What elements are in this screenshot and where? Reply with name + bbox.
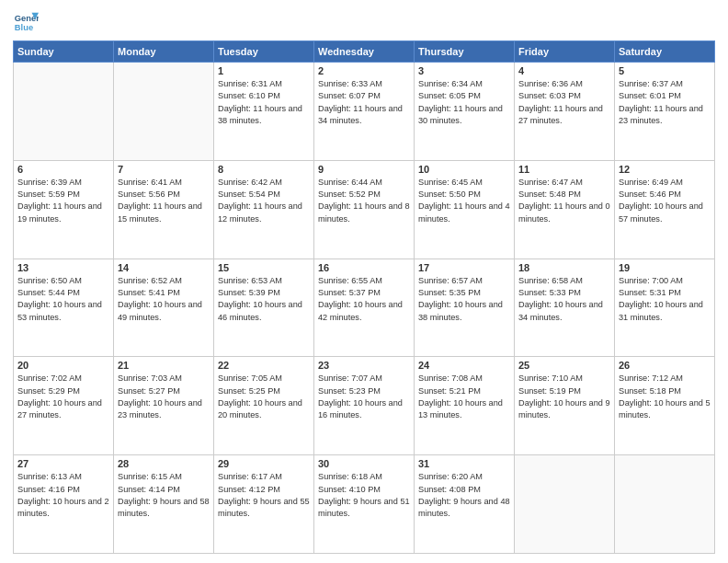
- calendar-cell: 2Sunrise: 6:33 AMSunset: 6:07 PMDaylight…: [314, 63, 415, 161]
- weekday-header-friday: Friday: [515, 41, 615, 63]
- day-info-line: Sunset: 6:01 PM: [619, 90, 711, 102]
- calendar-cell: 17Sunrise: 6:57 AMSunset: 5:35 PMDayligh…: [415, 259, 515, 357]
- day-info: Sunrise: 6:49 AMSunset: 5:46 PMDaylight:…: [619, 177, 711, 225]
- day-info-line: Daylight: 11 hours and 23 minutes.: [619, 103, 711, 128]
- day-info-line: Sunrise: 7:10 AM: [518, 373, 610, 385]
- logo: General Blue: [13, 9, 42, 35]
- day-info-line: Sunrise: 6:57 AM: [418, 275, 510, 287]
- day-number: 30: [318, 458, 410, 469]
- calendar-cell: 20Sunrise: 7:02 AMSunset: 5:29 PMDayligh…: [14, 357, 114, 455]
- day-info-line: Sunrise: 6:50 AM: [17, 275, 109, 287]
- day-info-line: Daylight: 11 hours and 15 minutes.: [118, 201, 210, 225]
- weekday-header-tuesday: Tuesday: [214, 41, 314, 63]
- day-number: 15: [218, 262, 310, 273]
- day-info-line: Sunrise: 7:00 AM: [619, 275, 711, 287]
- day-info-line: Sunset: 5:35 PM: [418, 287, 510, 299]
- day-info-line: Sunrise: 7:03 AM: [118, 373, 210, 385]
- day-info-line: Sunset: 6:07 PM: [318, 90, 410, 102]
- day-number: 13: [17, 262, 109, 273]
- day-info-line: Sunset: 5:21 PM: [418, 385, 510, 397]
- day-number: 2: [318, 65, 410, 76]
- weekday-header-monday: Monday: [114, 41, 214, 63]
- day-info: Sunrise: 6:57 AMSunset: 5:35 PMDaylight:…: [418, 275, 510, 324]
- calendar-cell: 22Sunrise: 7:05 AMSunset: 5:25 PMDayligh…: [214, 357, 314, 455]
- calendar-cell: 9Sunrise: 6:44 AMSunset: 5:52 PMDaylight…: [314, 160, 415, 259]
- day-info-line: Sunset: 6:03 PM: [518, 90, 610, 102]
- day-number: 23: [318, 360, 410, 371]
- day-info-line: Sunset: 4:08 PM: [418, 484, 510, 496]
- calendar-cell: 30Sunrise: 6:18 AMSunset: 4:10 PMDayligh…: [314, 455, 415, 554]
- day-info-line: Sunset: 5:25 PM: [218, 385, 310, 397]
- calendar-cell: 4Sunrise: 6:36 AMSunset: 6:03 PMDaylight…: [515, 63, 615, 161]
- day-info-line: Sunset: 4:12 PM: [218, 484, 310, 496]
- calendar-cell: 31Sunrise: 6:20 AMSunset: 4:08 PMDayligh…: [415, 455, 515, 554]
- day-info-line: Daylight: 10 hours and 31 minutes.: [619, 299, 711, 324]
- calendar-cell: 10Sunrise: 6:45 AMSunset: 5:50 PMDayligh…: [415, 160, 515, 259]
- day-number: 14: [118, 262, 210, 273]
- day-info-line: Sunset: 5:56 PM: [118, 189, 210, 201]
- day-info: Sunrise: 6:39 AMSunset: 5:59 PMDaylight:…: [17, 177, 109, 225]
- calendar-cell: 18Sunrise: 6:58 AMSunset: 5:33 PMDayligh…: [515, 259, 615, 357]
- day-info: Sunrise: 6:45 AMSunset: 5:50 PMDaylight:…: [418, 177, 510, 225]
- calendar-cell: [114, 63, 214, 161]
- day-info-line: Sunrise: 6:55 AM: [318, 275, 410, 287]
- day-number: 16: [318, 262, 410, 273]
- day-info-line: Sunset: 5:54 PM: [218, 189, 310, 201]
- day-info-line: Sunrise: 6:49 AM: [619, 177, 711, 189]
- day-number: 8: [218, 164, 310, 175]
- day-info-line: Daylight: 11 hours and 12 minutes.: [218, 201, 310, 225]
- day-number: 9: [318, 164, 410, 175]
- day-number: 6: [17, 164, 109, 175]
- day-info-line: Sunrise: 7:12 AM: [619, 373, 711, 385]
- day-info-line: Sunset: 5:59 PM: [17, 189, 109, 201]
- calendar-cell: [14, 63, 114, 161]
- day-info-line: Sunrise: 6:36 AM: [518, 78, 610, 90]
- day-number: 19: [619, 262, 711, 273]
- day-number: 26: [619, 360, 711, 371]
- day-info: Sunrise: 6:31 AMSunset: 6:10 PMDaylight:…: [218, 78, 310, 127]
- day-info: Sunrise: 6:33 AMSunset: 6:07 PMDaylight:…: [318, 78, 410, 127]
- calendar-cell: [515, 455, 615, 554]
- weekday-header-saturday: Saturday: [615, 41, 715, 63]
- calendar-cell: 5Sunrise: 6:37 AMSunset: 6:01 PMDaylight…: [615, 63, 715, 161]
- day-info-line: Sunset: 5:33 PM: [518, 287, 610, 299]
- day-info-line: Sunset: 5:23 PM: [318, 385, 410, 397]
- calendar-cell: 7Sunrise: 6:41 AMSunset: 5:56 PMDaylight…: [114, 160, 214, 259]
- day-info-line: Sunset: 4:14 PM: [118, 484, 210, 496]
- weekday-header-sunday: Sunday: [14, 41, 114, 63]
- day-info-line: Sunrise: 6:47 AM: [518, 177, 610, 189]
- day-info-line: Daylight: 10 hours and 16 minutes.: [318, 397, 410, 422]
- day-info-line: Daylight: 11 hours and 34 minutes.: [318, 103, 410, 128]
- day-info: Sunrise: 7:12 AMSunset: 5:18 PMDaylight:…: [619, 373, 711, 421]
- weekday-header-wednesday: Wednesday: [314, 41, 415, 63]
- day-info-line: Sunset: 5:52 PM: [318, 189, 410, 201]
- day-info: Sunrise: 6:18 AMSunset: 4:10 PMDaylight:…: [318, 471, 410, 520]
- day-info: Sunrise: 6:13 AMSunset: 4:16 PMDaylight:…: [17, 471, 109, 520]
- day-info-line: Daylight: 11 hours and 19 minutes.: [17, 201, 109, 225]
- day-info-line: Sunset: 5:27 PM: [118, 385, 210, 397]
- day-info: Sunrise: 6:52 AMSunset: 5:41 PMDaylight:…: [118, 275, 210, 324]
- calendar-table: SundayMondayTuesdayWednesdayThursdayFrid…: [13, 40, 715, 554]
- day-info: Sunrise: 7:03 AMSunset: 5:27 PMDaylight:…: [118, 373, 210, 421]
- calendar-cell: 13Sunrise: 6:50 AMSunset: 5:44 PMDayligh…: [14, 259, 114, 357]
- day-info-line: Sunset: 5:48 PM: [518, 189, 610, 201]
- day-info-line: Sunrise: 7:07 AM: [318, 373, 410, 385]
- day-info-line: Daylight: 10 hours and 34 minutes.: [518, 299, 610, 324]
- day-number: 1: [218, 65, 310, 76]
- calendar-cell: 3Sunrise: 6:34 AMSunset: 6:05 PMDaylight…: [415, 63, 515, 161]
- day-info: Sunrise: 6:55 AMSunset: 5:37 PMDaylight:…: [318, 275, 410, 324]
- day-number: 4: [518, 65, 610, 76]
- day-number: 25: [518, 360, 610, 371]
- day-info-line: Sunrise: 6:44 AM: [318, 177, 410, 189]
- day-info-line: Sunset: 5:41 PM: [118, 287, 210, 299]
- day-info-line: Sunset: 6:05 PM: [418, 90, 510, 102]
- day-info-line: Sunset: 5:19 PM: [518, 385, 610, 397]
- day-info: Sunrise: 7:07 AMSunset: 5:23 PMDaylight:…: [318, 373, 410, 421]
- day-info-line: Daylight: 10 hours and 27 minutes.: [17, 397, 109, 422]
- day-info-line: Daylight: 10 hours and 5 minutes.: [619, 397, 711, 422]
- day-info: Sunrise: 7:00 AMSunset: 5:31 PMDaylight:…: [619, 275, 711, 324]
- day-info-line: Sunset: 5:31 PM: [619, 287, 711, 299]
- day-info: Sunrise: 6:36 AMSunset: 6:03 PMDaylight:…: [518, 78, 610, 127]
- day-info-line: Sunrise: 6:13 AM: [17, 471, 109, 483]
- day-info-line: Daylight: 10 hours and 9 minutes.: [518, 397, 610, 422]
